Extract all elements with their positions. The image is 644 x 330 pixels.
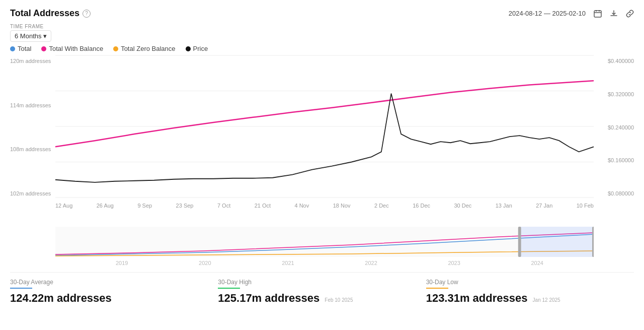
legend-price: Price: [186, 45, 208, 52]
date-range: 2024-08-12 — 2025-02-10: [509, 10, 586, 17]
stat-high-underline: [218, 288, 240, 289]
mini-year-4: 2023: [448, 260, 460, 266]
x-label-3: 23 Sep: [176, 203, 194, 209]
chevron-down-icon: ▾: [43, 32, 47, 40]
stat-low-label: 30-Day Low: [426, 279, 624, 286]
x-label-4: 7 Oct: [217, 203, 230, 209]
link-icon[interactable]: [626, 10, 634, 18]
y-left-1: 114m addresses: [10, 102, 56, 108]
x-label-6: 4 Nov: [294, 203, 309, 209]
legend-total: Total: [10, 45, 31, 52]
mini-year-5: 2024: [531, 260, 543, 266]
download-icon[interactable]: [610, 10, 618, 18]
page-title: Total Addresses: [10, 8, 79, 19]
mini-year-labels: 2019 2020 2021 2022 2023 2024: [55, 260, 594, 266]
mini-chart-container: 2019 2020 2021 2022 2023 2024: [55, 227, 594, 257]
x-label-10: 30 Dec: [454, 203, 471, 209]
stat-30day-low: 30-Day Low 123.31m addresses Jan 12 2025: [426, 279, 634, 305]
svg-rect-12: [592, 227, 594, 257]
stat-avg-label: 30-Day Average: [10, 279, 208, 286]
stat-high-value: 125.17m addresses Feb 10 2025: [218, 292, 416, 305]
mini-year-1: 2020: [199, 260, 211, 266]
legend-dot-price: [186, 46, 191, 51]
stats-row: 30-Day Average 124.22m addresses 30-Day …: [10, 272, 634, 305]
y-left-3: 102m addresses: [10, 190, 56, 196]
y-right-2: $0.240000: [598, 124, 634, 130]
x-label-12: 27 Jan: [536, 203, 552, 209]
x-label-9: 16 Dec: [413, 203, 430, 209]
y-axis-left: 120m addresses 114m addresses 108m addre…: [10, 55, 60, 212]
legend-dot-total-with-balance: [41, 46, 46, 51]
x-label-8: 2 Dec: [374, 203, 389, 209]
x-label-1: 26 Aug: [97, 203, 114, 209]
svg-rect-10: [520, 227, 594, 257]
y-right-4: $0.080000: [598, 190, 634, 196]
svg-rect-11: [518, 227, 521, 257]
stat-low-underline: [426, 288, 448, 289]
stat-avg-underline: [10, 288, 32, 289]
stat-30day-avg: 30-Day Average 124.22m addresses: [10, 279, 218, 305]
header-right: 2024-08-12 — 2025-02-10: [509, 10, 634, 18]
timeframe-select[interactable]: 6 Months ▾: [10, 30, 51, 42]
mini-year-0: 2019: [116, 260, 128, 266]
x-label-13: 10 Feb: [577, 203, 594, 209]
legend-total-with-balance: Total With Balance: [41, 45, 103, 52]
stat-avg-value: 124.22m addresses: [10, 292, 208, 305]
x-axis: 12 Aug 26 Aug 9 Sep 23 Sep 7 Oct 21 Oct …: [55, 203, 594, 209]
info-icon[interactable]: ?: [83, 10, 91, 18]
legend-label-price: Price: [193, 45, 208, 52]
main-chart: 120m addresses 114m addresses 108m addre…: [10, 55, 634, 212]
x-label-11: 13 Jan: [496, 203, 512, 209]
legend-label-total-with-balance: Total With Balance: [49, 45, 103, 52]
page-container: Total Addresses ? 2024-08-12 — 2025-02-1…: [0, 0, 644, 330]
legend-total-zero-balance: Total Zero Balance: [113, 45, 175, 52]
legend-dot-total-zero-balance: [113, 46, 118, 51]
y-axis-right: $0.400000 $0.320000 $0.240000 $0.160000 …: [594, 55, 634, 212]
timeframe-row: TIME FRAME 6 Months ▾: [10, 24, 634, 42]
mini-year-3: 2022: [365, 260, 377, 266]
y-right-3: $0.160000: [598, 157, 634, 163]
stat-high-label: 30-Day High: [218, 279, 416, 286]
y-left-2: 108m addresses: [10, 146, 56, 152]
main-chart-svg: [55, 55, 594, 197]
chart-inner: 12 Aug 26 Aug 9 Sep 23 Sep 7 Oct 21 Oct …: [55, 55, 594, 197]
calendar-icon[interactable]: [594, 10, 602, 18]
x-label-0: 12 Aug: [55, 203, 72, 209]
header-row: Total Addresses ? 2024-08-12 — 2025-02-1…: [10, 8, 634, 19]
legend-label-total-zero-balance: Total Zero Balance: [121, 45, 175, 52]
legend-dot-total: [10, 46, 15, 51]
timeframe-label: TIME FRAME: [10, 24, 634, 29]
title-area: Total Addresses ?: [10, 8, 91, 19]
y-right-1: $0.320000: [598, 91, 634, 97]
svg-rect-0: [594, 11, 601, 17]
mini-year-2: 2021: [282, 260, 294, 266]
stat-30day-high: 30-Day High 125.17m addresses Feb 10 202…: [218, 279, 426, 305]
mini-chart-svg: [55, 227, 594, 257]
x-label-7: 18 Nov: [333, 203, 351, 209]
x-label-2: 9 Sep: [137, 203, 152, 209]
y-left-0: 120m addresses: [10, 58, 56, 64]
stat-low-value: 123.31m addresses Jan 12 2025: [426, 292, 624, 305]
timeframe-value: 6 Months: [15, 32, 41, 40]
legend-label-total: Total: [18, 45, 31, 52]
legend-row: Total Total With Balance Total Zero Bala…: [10, 45, 634, 52]
x-label-5: 21 Oct: [255, 203, 271, 209]
y-right-0: $0.400000: [598, 58, 634, 64]
